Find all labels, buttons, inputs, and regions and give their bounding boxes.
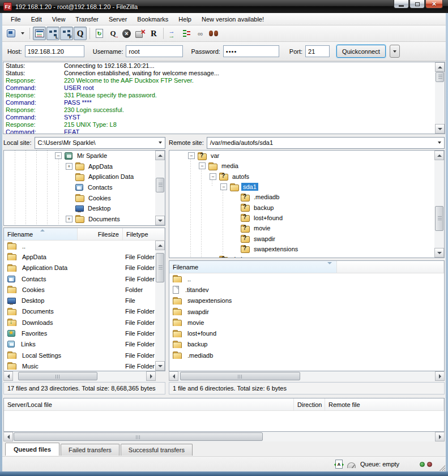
local-file-list[interactable]: Filename Filesize Filetype .. AppDataFil… — [3, 228, 165, 371]
local-tree-vertical-scrollbar[interactable] — [155, 151, 165, 225]
local-tree-item-appdata[interactable]: +AppData — [4, 161, 165, 172]
maximize-button[interactable] — [409, 0, 425, 8]
menu-server[interactable]: Server — [104, 14, 132, 24]
local-file-row[interactable]: .. — [4, 241, 165, 251]
column-header-filetype[interactable]: Filetype — [123, 228, 165, 240]
local-file-row[interactable]: MusicFile Folder — [4, 361, 165, 371]
column-header-filesize[interactable]: Filesize — [78, 228, 123, 240]
remote-file-row[interactable]: swapextensions — [169, 295, 444, 306]
file-search-button[interactable] — [207, 27, 220, 40]
local-list-vertical-scrollbar[interactable] — [155, 241, 165, 371]
menu-bookmarks[interactable]: Bookmarks — [132, 14, 173, 24]
minimize-button[interactable] — [394, 0, 409, 8]
resize-grip[interactable] — [438, 464, 445, 471]
refresh-button[interactable] — [93, 27, 106, 40]
local-file-row[interactable]: LinksFile Folder — [4, 339, 165, 350]
expand-icon[interactable]: + — [66, 163, 72, 170]
scroll-down-button[interactable] — [435, 124, 445, 134]
toggle-local-tree-button[interactable]: L — [46, 27, 59, 40]
remote-file-row[interactable]: backup — [169, 339, 444, 350]
collapse-icon[interactable]: − — [220, 183, 227, 190]
combo-dropdown-button[interactable] — [435, 138, 443, 148]
filezilla-app-icon[interactable]: Fz — [3, 2, 12, 11]
tab-queued-files[interactable]: Queued files — [5, 443, 59, 456]
menu-edit[interactable]: Edit — [26, 14, 47, 24]
scroll-right-button[interactable] — [435, 432, 445, 441]
log-vertical-scrollbar[interactable] — [435, 62, 445, 134]
menu-file[interactable]: File — [6, 14, 26, 24]
column-header-filename[interactable]: Filename — [169, 261, 337, 273]
message-log[interactable]: Status:Connecting to 192.168.1.20:21... … — [3, 62, 445, 134]
cancel-button[interactable] — [120, 27, 133, 40]
remote-site-combo[interactable]: /var/media/autofs/sda1 — [207, 137, 445, 149]
scroll-left-button[interactable] — [3, 371, 13, 381]
tab-failed-transfers[interactable]: Failed transfers — [61, 444, 120, 456]
quickconnect-button[interactable]: Quickconnect — [336, 45, 386, 58]
local-file-row[interactable]: Local SettingsFile Folder — [4, 350, 165, 361]
scroll-down-button[interactable] — [155, 361, 165, 371]
scroll-right-button[interactable] — [435, 371, 445, 381]
scroll-left-button[interactable] — [169, 371, 178, 381]
toggle-remote-tree-button[interactable]: F — [60, 27, 73, 40]
menu-new-version[interactable]: New version available! — [197, 14, 269, 24]
password-input[interactable] — [223, 45, 279, 57]
scroll-down-button[interactable] — [434, 248, 444, 258]
scroll-thumb[interactable] — [180, 372, 300, 380]
remote-file-row[interactable]: .mediadb — [169, 350, 444, 361]
local-site-combo[interactable]: C:\Users\Mr Sparkle\ — [35, 137, 165, 149]
local-file-row[interactable]: CookiesFolder — [4, 284, 165, 295]
local-directory-tree[interactable]: −Mr Sparkle +AppData Application Data Co… — [3, 150, 165, 226]
scroll-up-button[interactable] — [155, 151, 165, 160]
remote-tree-item-movie[interactable]: movie — [169, 223, 444, 233]
remote-tree-item-swapextensions[interactable]: swapextensions — [169, 244, 444, 254]
scroll-thumb[interactable] — [156, 253, 164, 282]
column-header-remote-file[interactable]: Remote file — [325, 398, 444, 410]
combo-dropdown-button[interactable] — [156, 138, 164, 148]
local-file-row[interactable]: DesktopFile — [4, 295, 165, 306]
reconnect-button[interactable]: R — [147, 27, 160, 40]
remote-file-list[interactable]: Filename .. .titandev swapextensions swa… — [169, 260, 445, 371]
scroll-thumb[interactable] — [435, 206, 443, 231]
column-header-filename[interactable]: Filename — [4, 228, 78, 240]
remote-tree-item-media[interactable]: −media — [169, 161, 444, 171]
column-header-direction[interactable]: Direction — [294, 398, 325, 410]
scroll-up-button[interactable] — [435, 62, 445, 72]
toggle-message-log-button[interactable] — [33, 27, 46, 40]
local-list-horizontal-scrollbar[interactable] — [3, 371, 156, 381]
scroll-up-button[interactable] — [155, 241, 165, 250]
collapse-icon[interactable]: − — [55, 152, 62, 159]
remote-tree-item-var[interactable]: −var — [169, 151, 444, 161]
synchronized-browsing-button[interactable] — [180, 27, 193, 40]
local-tree-item-desktop[interactable]: Desktop — [4, 203, 165, 214]
remote-file-row[interactable]: movie — [169, 317, 444, 328]
local-tree-item-mr-sparkle[interactable]: −Mr Sparkle — [4, 151, 165, 161]
port-input[interactable] — [305, 45, 330, 57]
remote-file-row[interactable]: .titandev — [169, 284, 444, 295]
scroll-thumb[interactable] — [156, 178, 164, 192]
remote-tree-item-autofs[interactable]: −autofs — [169, 171, 444, 182]
site-manager-button[interactable] — [5, 27, 18, 40]
local-tree-item-downloads[interactable]: +Downloads — [4, 224, 165, 226]
remote-list-horizontal-scrollbar[interactable] — [169, 371, 445, 381]
scroll-thumb[interactable] — [436, 72, 444, 82]
host-input[interactable] — [25, 45, 84, 57]
remote-tree-item-lost-found[interactable]: lost+found — [169, 213, 444, 223]
remote-file-row[interactable]: .. — [169, 273, 444, 284]
transfer-queue[interactable]: Server/Local file Direction Remote file — [3, 398, 445, 432]
username-input[interactable] — [126, 45, 183, 57]
scroll-down-button[interactable] — [155, 216, 165, 225]
toggle-queue-button[interactable]: Q — [74, 27, 87, 40]
local-tree-item-documents[interactable]: +Documents — [4, 214, 165, 225]
remote-file-row[interactable]: lost+found — [169, 328, 444, 338]
local-file-row[interactable]: AppDataFile Folder — [4, 251, 165, 262]
local-tree-item-application-data[interactable]: Application Data — [4, 171, 165, 182]
filename-filters-button[interactable] — [194, 27, 207, 40]
site-manager-dropdown[interactable] — [19, 27, 27, 40]
remote-tree-item-backup[interactable]: backup — [169, 202, 444, 212]
local-file-row[interactable]: DownloadsFile Folder — [4, 317, 165, 328]
expand-icon[interactable]: + — [66, 216, 72, 222]
local-file-row[interactable]: FavoritesFile Folder — [4, 328, 165, 338]
local-file-row[interactable]: DocumentsFile Folder — [4, 306, 165, 317]
scroll-thumb[interactable] — [14, 432, 263, 441]
scroll-right-button[interactable] — [146, 371, 156, 381]
